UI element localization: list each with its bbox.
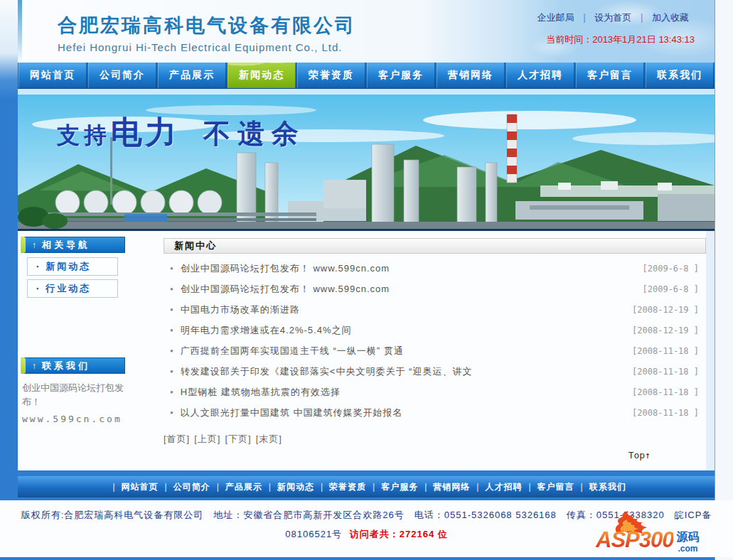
nav-tab-label: 公司简介 xyxy=(100,69,145,82)
nav-tab-8[interactable]: 客户留言 xyxy=(576,63,644,88)
brand-block: 合肥宏瑞高科电气设备有限公司 Hefei Hongrui Hi-Tech Ele… xyxy=(58,13,356,53)
up-arrow-icon: ↑ xyxy=(32,361,36,371)
sidebar-item-label: 新闻动态 xyxy=(46,260,91,273)
news-title-link[interactable]: 转发建设部关于印发《建设部落实<中央文明委关于 “迎奥运、讲文 xyxy=(181,365,632,378)
slogan-part-3: 不遗余 xyxy=(203,119,306,149)
nav-tab-label: 联系我们 xyxy=(657,69,702,82)
nav-tab-label: 产品展示 xyxy=(169,69,215,82)
asp300-tld: .com xyxy=(678,544,697,553)
top-link-1[interactable]: 设为首页 xyxy=(594,12,631,23)
nav-tab-3[interactable]: 新闻动态 xyxy=(228,63,296,88)
pagination-link-1[interactable]: [上页] xyxy=(194,434,220,444)
bullet-icon: ● xyxy=(170,265,173,271)
header-top-links: 企业邮局｜设为首页｜加入收藏 xyxy=(532,11,695,24)
news-title-link[interactable]: 明年电力需求增速或在4.2%-5.4%之间 xyxy=(181,324,632,337)
news-row-2: ●中国电力市场改革的渐进路[2008-12-19 ] xyxy=(164,299,706,320)
sidebar-contact-title: 联系我们 xyxy=(42,360,90,372)
footer-nav-link-8[interactable]: 客户留言 xyxy=(537,481,574,493)
news-row-6: ●H型钢桩 建筑物地基抗震的有效选择[2008-11-18 ] xyxy=(164,382,706,402)
page-right-gutter xyxy=(715,0,733,560)
news-row-5: ●转发建设部关于印发《建设部落实<中央文明委关于 “迎奥运、讲文[2008-11… xyxy=(164,361,706,382)
sidebar: ↑ 相关导航 ▪新闻动态▪行业动态 ↑ 联系我们 创业中国源码论坛打包发布！ w… xyxy=(18,231,164,470)
footer-info: 版权所有:合肥宏瑞高科电气设备有限公司 地址：安徽省合肥市高新开发区合欢路26号… xyxy=(0,500,733,557)
news-title-link[interactable]: H型钢桩 建筑物地基抗震的有效选择 xyxy=(181,386,632,399)
pagination-link-2[interactable]: [下页] xyxy=(225,434,251,444)
footer-nav-separator: | xyxy=(476,482,478,492)
news-date: [2008-12-19 ] xyxy=(632,305,699,315)
company-name-en: Hefei Hongrui Hi-Tech Electrical Equipme… xyxy=(58,41,356,53)
footer-nav-link-0[interactable]: 网站首页 xyxy=(122,481,159,493)
footer-nav-link-9[interactable]: 联系我们 xyxy=(589,481,626,493)
top-link-0[interactable]: 企业邮局 xyxy=(537,12,574,23)
sidebar-contact-header: ↑ 联系我们 xyxy=(21,357,125,374)
footer-nav-link-2[interactable]: 产品展示 xyxy=(225,481,262,493)
sidebar-nav-header: ↑ 相关导航 xyxy=(21,237,125,253)
bullet-icon: ● xyxy=(170,306,173,313)
news-title-link[interactable]: 创业中国源码论坛打包发布！ www.599cn.com xyxy=(181,283,643,296)
nav-tab-0[interactable]: 网站首页 xyxy=(18,63,87,88)
top-link-separator: ｜ xyxy=(580,12,589,23)
nav-tab-2[interactable]: 产品展示 xyxy=(158,63,226,88)
asp300-suffix: 源码 .com xyxy=(676,532,699,553)
pagination-link-3[interactable]: [末页] xyxy=(256,434,282,444)
bullet-icon: ▪ xyxy=(36,263,38,270)
footer-nav-separator: | xyxy=(112,482,114,492)
slogan-part-2: 电力 xyxy=(111,114,179,149)
pagination: [首页][上页][下页][末页] xyxy=(164,433,706,446)
footer-nav-link-4[interactable]: 荣誉资质 xyxy=(329,481,366,493)
banner-slogan: 支持电力不遗余 xyxy=(57,112,306,154)
slogan-part-1: 支持 xyxy=(57,122,111,148)
footer-nav-link-1[interactable]: 公司简介 xyxy=(173,481,210,493)
header-utility-area: 企业邮局｜设为首页｜加入收藏 当前时间：2013年1月21日 13:43:13 xyxy=(532,11,695,46)
sidebar-nav-title: 相关导航 xyxy=(42,239,90,252)
icp-number: 08106521号 xyxy=(285,529,342,539)
nav-tab-9[interactable]: 联系我们 xyxy=(646,63,714,88)
news-row-0: ●创业中国源码论坛打包发布！ www.599cn.com[2009-6-8 ] xyxy=(164,258,706,279)
nav-tab-6[interactable]: 营销网络 xyxy=(437,63,505,88)
asp300-name: ASP300 xyxy=(596,527,673,553)
footer-nav-link-3[interactable]: 新闻动态 xyxy=(277,481,314,493)
news-section-title: 新闻中心 xyxy=(174,239,217,252)
asp300-logo[interactable]: ASP300 源码 .com xyxy=(596,515,727,556)
nav-tab-label: 网站首页 xyxy=(30,69,75,82)
pagination-link-0[interactable]: [首页] xyxy=(164,434,190,444)
footer-nav-separator: | xyxy=(581,482,583,492)
top-link-2[interactable]: 加入收藏 xyxy=(652,12,689,23)
sidebar-item-1[interactable]: ▪行业动态 xyxy=(27,279,118,298)
nav-tab-5[interactable]: 客户服务 xyxy=(367,63,435,88)
contact-url-link[interactable]: www.599cn.com xyxy=(22,414,164,424)
visitor-counter: 访问者共：272164 位 xyxy=(350,529,448,539)
content-area: ↑ 相关导航 ▪新闻动态▪行业动态 ↑ 联系我们 创业中国源码论坛打包发布！ w… xyxy=(18,231,715,470)
news-date: [2008-11-18 ] xyxy=(632,408,699,418)
news-title-link[interactable]: 广西提前全国两年实现国道主干线 “一纵一横” 贯通 xyxy=(181,345,632,357)
nav-tab-label: 客户服务 xyxy=(378,69,424,82)
nav-tab-label: 新闻动态 xyxy=(239,69,284,82)
footer-gap xyxy=(18,470,715,476)
bullet-icon: ● xyxy=(170,389,173,395)
bullet-icon: ● xyxy=(170,348,173,354)
news-date: [2008-11-18 ] xyxy=(632,367,699,377)
news-title-link[interactable]: 创业中国源码论坛打包发布！ www.599cn.com xyxy=(181,262,643,275)
nav-tab-1[interactable]: 公司简介 xyxy=(88,63,156,88)
nav-tab-4[interactable]: 荣誉资质 xyxy=(297,63,365,88)
nav-tab-label: 荣誉资质 xyxy=(309,69,354,82)
news-title-link[interactable]: 以人文眼光打量中国建筑 中国建筑传媒奖开始报名 xyxy=(181,406,632,419)
page-wrapper: 合肥宏瑞高科电气设备有限公司 Hefei Hongrui Hi-Tech Ele… xyxy=(18,0,715,497)
news-title-link[interactable]: 中国电力市场改革的渐进路 xyxy=(181,303,632,316)
news-row-3: ●明年电力需求增速或在4.2%-5.4%之间[2008-12-19 ] xyxy=(164,320,706,340)
news-date: [2009-6-8 ] xyxy=(643,264,699,274)
asp300-logo-text: ASP300 源码 .com xyxy=(596,527,699,553)
bullet-icon: ● xyxy=(170,286,173,292)
banner: 支持电力不遗余 xyxy=(18,95,715,229)
sidebar-item-0[interactable]: ▪新闻动态 xyxy=(27,257,118,276)
footer-nav-link-6[interactable]: 营销网络 xyxy=(433,481,470,493)
footer-nav-separator: | xyxy=(217,482,219,492)
footer-nav-link-5[interactable]: 客户服务 xyxy=(381,481,418,493)
main-nav: 网站首页公司简介产品展示新闻动态荣誉资质客户服务营销网络人才招聘客户留言联系我们 xyxy=(18,63,715,89)
footer-nav-link-7[interactable]: 人才招聘 xyxy=(485,481,522,493)
nav-tab-7[interactable]: 人才招聘 xyxy=(506,63,574,88)
footer-nav-separator: | xyxy=(528,482,530,492)
news-section-header: 新闻中心 xyxy=(164,238,706,254)
back-to-top-link[interactable]: Top↑ xyxy=(628,450,651,461)
main-panel: 新闻中心 ●创业中国源码论坛打包发布！ www.599cn.com[2009-6… xyxy=(164,238,706,470)
